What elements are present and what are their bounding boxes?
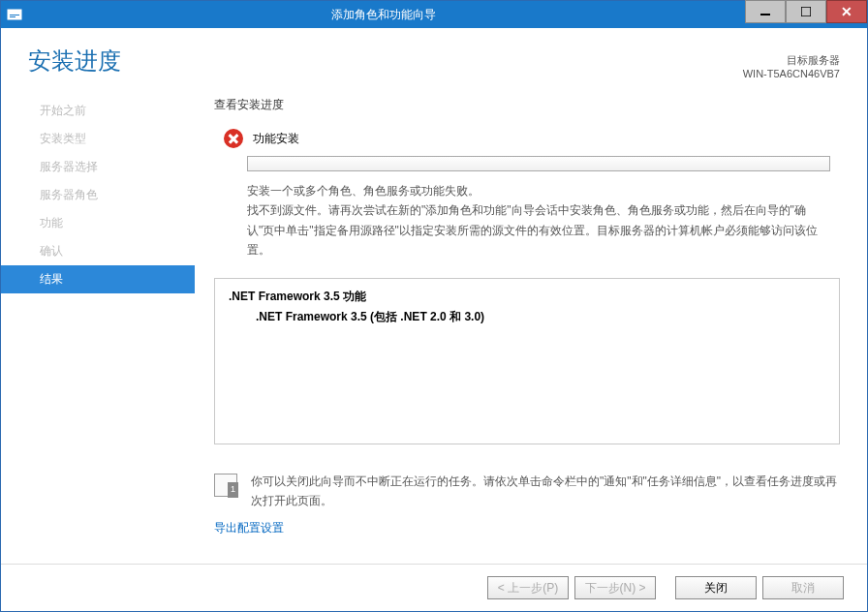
status-row: 功能安装 [214,129,840,148]
progress-bar [247,156,830,171]
error-message: 安装一个或多个角色、角色服务或功能失败。 找不到源文件。请再次尝试在新的"添加角… [214,181,840,260]
result-feature-item: .NET Framework 3.5 (包括 .NET 2.0 和 3.0) [229,309,825,325]
minimize-button[interactable] [745,0,786,23]
sidebar-item-confirm: 确认 [1,237,195,265]
title-bar-left [1,7,22,22]
cancel-button: 取消 [762,576,844,599]
wizard-body: 开始之前 安装类型 服务器选择 服务器角色 功能 确认 结果 查看安装进度 功能… [1,97,867,536]
sidebar-item-features: 功能 [1,209,195,237]
wizard-footer: < 上一步(P) 下一步(N) > 关闭 取消 [1,564,867,611]
section-title: 查看安装进度 [214,97,840,113]
wizard-content: 查看安装进度 功能安装 安装一个或多个角色、角色服务或功能失败。 找不到源文件。… [195,97,867,536]
error-message-line1: 安装一个或多个角色、角色服务或功能失败。 [247,181,830,200]
svg-rect-2 [10,15,19,15]
sidebar-item-results[interactable]: 结果 [1,265,195,293]
app-icon [7,7,22,22]
target-server-label: 目标服务器 [743,53,840,68]
svg-rect-3 [10,16,16,17]
next-button: 下一步(N) > [574,576,656,599]
maximize-button[interactable] [786,0,826,23]
sidebar-item-install-type: 安装类型 [1,125,195,153]
result-feature-group: .NET Framework 3.5 功能 [229,289,825,305]
status-text: 功能安装 [253,131,299,147]
wizard-header: 安装进度 目标服务器 WIN-T5A6CN46VB7 [1,28,867,97]
title-bar: 添加角色和功能向导 ✕ [1,1,867,28]
svg-rect-4 [760,14,770,15]
wizard-sidebar: 开始之前 安装类型 服务器选择 服务器角色 功能 确认 结果 [1,97,195,536]
previous-button: < 上一步(P) [487,576,569,599]
sidebar-item-before-begin: 开始之前 [1,97,195,125]
wizard-window: 添加角色和功能向导 ✕ 安装进度 目标服务器 WIN-T5A6CN46VB7 开… [0,0,868,612]
error-message-line2: 找不到源文件。请再次尝试在新的"添加角色和功能"向导会话中安装角色、角色服务或功… [247,200,830,260]
svg-rect-5 [801,7,811,16]
svg-rect-1 [8,10,21,13]
hint-row: 你可以关闭此向导而不中断正在运行的任务。请依次单击命令栏中的"通知"和"任务详细… [214,472,840,511]
hint-text: 你可以关闭此向导而不中断正在运行的任务。请依次单击命令栏中的"通知"和"任务详细… [251,472,840,511]
target-server-info: 目标服务器 WIN-T5A6CN46VB7 [743,53,840,79]
sidebar-item-server-select: 服务器选择 [1,153,195,181]
page-title: 安装进度 [28,46,121,76]
close-wizard-button[interactable]: 关闭 [675,576,757,599]
window-controls: ✕ [745,1,867,28]
sidebar-item-server-roles: 服务器角色 [1,181,195,209]
notification-icon [214,474,237,497]
export-config-link[interactable]: 导出配置设置 [214,520,840,536]
window-title: 添加角色和功能向导 [22,7,745,23]
error-icon [224,129,243,148]
results-box: .NET Framework 3.5 功能 .NET Framework 3.5… [214,278,840,444]
target-server-name: WIN-T5A6CN46VB7 [743,68,840,79]
close-button[interactable]: ✕ [826,0,867,23]
